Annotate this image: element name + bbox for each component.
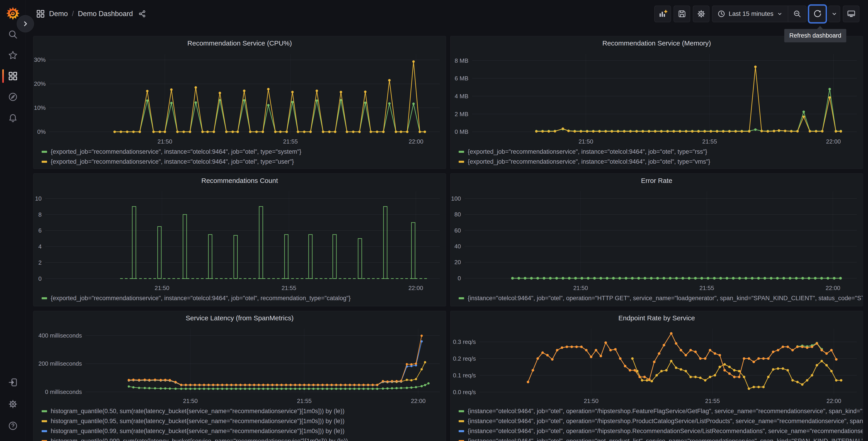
svg-text:10%: 10% [34,105,46,111]
series-color-swatch [42,440,47,441]
legend-label: {instance="otelcol:9464", job="otel", op… [468,418,863,425]
panel-title[interactable]: Endpoint Rate by Service [451,311,863,325]
time-range-picker[interactable]: Last 15 minutes [712,6,788,22]
svg-text:0: 0 [458,275,461,282]
legend-item[interactable]: {instance="otelcol:9464", job="otel", op… [459,436,863,441]
chevron-right-icon [22,20,29,28]
sidebar-item-sign-in[interactable] [0,377,26,387]
endpoint-rate-chart-canvas[interactable]: 21:5021:5522:000.0 req/s0.1 req/s0.2 req… [451,325,863,405]
recommendations-count-chart-canvas[interactable]: 21:5021:5522:000246810 [33,188,446,292]
legend-label: {exported_job="recommendationservice", i… [468,158,710,165]
svg-text:22:00: 22:00 [408,285,423,291]
legend-item[interactable]: {exported_job="recommendationservice", i… [459,157,863,167]
legend-item[interactable]: {instance="otelcol:9464", job="otel", op… [459,406,863,416]
svg-text:0.3 req/s: 0.3 req/s [453,339,476,345]
breadcrumb-section[interactable]: Demo [49,10,68,18]
refresh-icon [813,9,822,18]
cycle-view-mode-button[interactable] [843,6,859,22]
panel-error-rate: Error Rate 21:5021:5522:00020406080100 {… [450,173,863,306]
sidebar [0,0,26,441]
svg-text:22:00: 22:00 [409,138,423,145]
active-indicator [2,69,4,83]
endpoint-rate-legend: {instance="otelcol:9464", job="otel", op… [451,405,863,441]
sidebar-nav [0,29,26,123]
sidebar-item-dashboards[interactable] [0,71,26,81]
dashboard-settings-button[interactable] [693,6,709,22]
svg-text:20%: 20% [34,80,46,87]
refresh-interval-dropdown[interactable] [828,6,840,22]
star-icon [8,50,18,60]
panel-endpoint-rate-by-service: Endpoint Rate by Service 21:5021:5522:00… [450,311,863,441]
sidebar-item-help[interactable] [0,421,26,431]
series-color-swatch [459,440,464,441]
legend-label: {instance="otelcol:9464", job="otel", op… [468,295,863,302]
expand-sidebar-button[interactable] [17,15,34,32]
legend-item[interactable]: {instance="otelcol:9464", job="otel", op… [459,293,863,303]
legend-item[interactable]: histogram_quantile(0.50, sum(rate(latenc… [42,406,446,416]
svg-text:21:50: 21:50 [584,398,598,404]
time-range-label: Last 15 minutes [728,10,773,18]
svg-text:400 milliseconds: 400 milliseconds [38,332,82,339]
sidebar-item-starred[interactable] [0,50,26,60]
series-color-swatch [459,151,464,153]
series-color-swatch [459,161,464,163]
refresh-dashboard-button[interactable] [809,6,826,22]
svg-text:22:00: 22:00 [411,398,426,404]
legend-item[interactable]: {instance="otelcol:9464", job="otel", op… [459,416,863,426]
add-panel-button[interactable] [654,6,671,22]
legend-item[interactable]: {exported_job="recommendationservice", i… [42,157,446,167]
svg-text:60: 60 [454,227,461,234]
svg-text:80: 80 [454,211,461,218]
series-color-swatch [42,410,47,412]
panel-title[interactable]: Recommendations Count [33,174,446,188]
error-rate-chart-canvas[interactable]: 21:5021:5522:00020406080100 [451,188,863,292]
dashboards-grid-icon [8,71,18,81]
legend-item[interactable]: histogram_quantile(0.999, sum(rate(laten… [42,436,446,441]
cpu-chart-canvas[interactable]: 21:5021:5522:000%10%20%30% [33,50,446,145]
legend-item[interactable]: {exported_job="recommendationservice", i… [42,293,446,303]
sidebar-item-explore[interactable] [0,92,26,102]
legend-label: {instance="otelcol:9464", job="otel", op… [468,438,863,441]
legend-item[interactable]: {instance="otelcol:9464", job="otel", op… [459,426,863,436]
panel-service-latency: Service Latency (from SpanMetrics) 21:50… [33,311,446,441]
legend-label: histogram_quantile(0.95, sum(rate(latenc… [51,418,345,425]
save-dashboard-button[interactable] [674,6,690,22]
panel-title[interactable]: Recommendation Service (CPU%) [33,36,446,50]
legend-item[interactable]: histogram_quantile(0.99, sum(rate(latenc… [42,426,446,436]
compass-icon [8,92,18,102]
share-icon[interactable] [138,10,146,18]
svg-text:0 milliseconds: 0 milliseconds [45,388,82,395]
legend-item[interactable]: {exported_job="recommendationservice", i… [459,147,863,157]
panel-title[interactable]: Error Rate [451,174,863,188]
svg-text:21:55: 21:55 [700,285,714,291]
cpu-chart-legend: {exported_job="recommendationservice", i… [33,145,446,167]
series-color-swatch [459,410,464,412]
panel-title[interactable]: Service Latency (from SpanMetrics) [33,311,446,325]
svg-text:0: 0 [38,275,42,282]
legend-label: histogram_quantile(0.999, sum(rate(laten… [51,438,348,441]
legend-item[interactable]: {exported_job="recommendationservice", i… [42,147,446,157]
svg-text:2 MB: 2 MB [455,111,468,117]
service-latency-legend: histogram_quantile(0.50, sum(rate(latenc… [33,405,446,441]
sign-in-icon [8,377,18,387]
svg-text:22:00: 22:00 [826,285,840,291]
panel-recommendation-service-cpu: Recommendation Service (CPU%) 21:5021:55… [33,36,446,169]
zoom-out-button[interactable] [788,6,806,22]
sidebar-item-settings[interactable] [0,399,26,409]
grafana-dashboard: { "app": { "breadcrumb": { "section": "D… [0,0,868,441]
svg-text:200 milliseconds: 200 milliseconds [38,360,82,367]
breadcrumb: Demo / Demo Dashboard [36,9,146,18]
svg-text:0.1 req/s: 0.1 req/s [453,372,476,379]
memory-chart-canvas[interactable]: 21:5021:5522:000 MB2 MB4 MB6 MB8 MB [451,50,863,145]
zoom-out-icon [793,10,801,18]
breadcrumb-separator: / [72,10,74,18]
legend-item[interactable]: histogram_quantile(0.95, sum(rate(latenc… [42,416,446,426]
series-color-swatch [42,430,47,432]
sidebar-item-alerting[interactable] [0,113,26,123]
svg-text:21:50: 21:50 [573,285,588,291]
series-color-swatch [459,297,464,299]
service-latency-chart-canvas[interactable]: 21:5021:5522:000 milliseconds200 millise… [33,325,446,405]
panel-recommendation-service-memory: Recommendation Service (Memory) 21:5021:… [450,36,863,169]
breadcrumb-page-title[interactable]: Demo Dashboard [78,10,133,18]
legend-label: histogram_quantile(0.50, sum(rate(latenc… [51,408,345,415]
